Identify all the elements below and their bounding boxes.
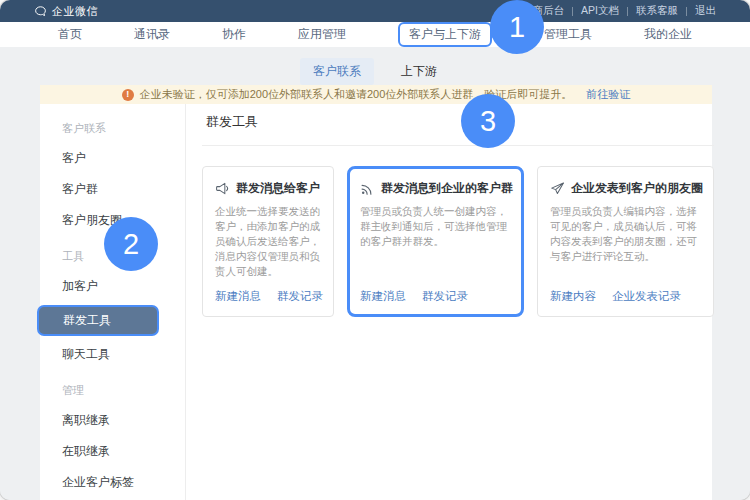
nav-item-customers-upstream-downstream[interactable]: 客户与上下游	[398, 22, 492, 47]
go-verify-link[interactable]: 前往验证	[586, 87, 630, 102]
notice-text: 企业未验证，仅可添加200位外部联系人和邀请200位外部联系人进群，验证后即可提…	[140, 87, 573, 102]
content-area: 客户联系 上下游 ! 企业未验证，仅可添加200位外部联系人和邀请200位外部联…	[0, 47, 750, 500]
card-bulk-message-to-customer-groups[interactable]: 群发消息到企业的客户群 管理员或负责人统一创建内容，群主收到通知后，可选择他管理…	[347, 166, 524, 317]
workspace: 客户联系 客户 客户群 客户朋友圈 工具 加客户 群发工具 聊天工具 管理 离职…	[40, 104, 712, 500]
card-title: 群发消息到企业的客户群	[381, 180, 513, 197]
card-title: 群发消息给客户	[236, 180, 320, 197]
main-panel: 群发工具 群发消息给客户 企业统一选择要发送的客户，由添加客户的成员确认后发送给…	[186, 104, 736, 500]
card-header: 群发消息到企业的客户群	[360, 180, 513, 197]
card-actions: 新建消息 群发记录	[215, 279, 323, 304]
sidebar-item-customers[interactable]: 客户	[40, 143, 185, 174]
page-title: 群发工具	[202, 110, 714, 146]
new-message-link[interactable]: 新建消息	[215, 289, 261, 304]
contact-support-link[interactable]: 联系客服	[636, 4, 678, 18]
sidebar-group-customer-contact: 客户联系	[40, 108, 185, 143]
card-description: 管理员或负责人统一创建内容，群主收到通知后，可选择他管理的客户群并群发。	[360, 204, 513, 249]
card-publish-to-customer-moments[interactable]: 企业发表到客户的朋友圈 管理员或负责人编辑内容，选择可见的客户，成员确认后，可将…	[537, 166, 714, 317]
service-provider-console-link[interactable]: 服务商后台	[512, 4, 565, 18]
card-title: 企业发表到客户的朋友圈	[571, 180, 703, 197]
api-docs-link[interactable]: API文档	[581, 4, 619, 18]
card-bulk-message-to-customers[interactable]: 群发消息给客户 企业统一选择要发送的客户，由添加客户的成员确认后发送给客户，消息…	[202, 166, 334, 317]
nav-item-app-management[interactable]: 应用管理	[298, 26, 346, 43]
tab-upstream-downstream[interactable]: 上下游	[388, 58, 450, 85]
company-post-history-link[interactable]: 企业发表记录	[612, 289, 681, 304]
sidebar-item-onjob-handover[interactable]: 在职继承	[40, 436, 185, 467]
app-logo: 企业微信	[34, 4, 98, 19]
tab-customer-contact[interactable]: 客户联系	[300, 58, 374, 85]
sidebar-item-customer-groups[interactable]: 客户群	[40, 174, 185, 205]
new-message-link[interactable]: 新建消息	[360, 289, 406, 304]
topbar-links: 服务商后台 API文档 联系客服 退出	[512, 4, 716, 18]
paper-plane-icon	[550, 181, 565, 196]
bulk-send-history-link[interactable]: 群发记录	[277, 289, 323, 304]
divider	[572, 7, 573, 16]
sidebar-group-tools: 工具	[40, 236, 185, 271]
divider	[627, 7, 628, 16]
sub-tabs: 客户联系 上下游	[0, 58, 750, 85]
tool-cards: 群发消息给客户 企业统一选择要发送的客户，由添加客户的成员确认后发送给客户，消息…	[202, 166, 714, 317]
sidebar-item-customer-tags[interactable]: 企业客户标签	[40, 467, 185, 498]
sidebar-item-chat-tools[interactable]: 聊天工具	[40, 339, 185, 370]
sidebar-item-resigned-handover[interactable]: 离职继承	[40, 405, 185, 436]
card-actions: 新建消息 群发记录	[360, 279, 513, 304]
divider	[686, 7, 687, 16]
sidebar-item-customer-moments[interactable]: 客户朋友圈	[40, 205, 185, 236]
nav-item-my-company[interactable]: 我的企业	[644, 26, 692, 43]
nav-item-management-tools[interactable]: 管理工具	[544, 26, 592, 43]
main-nav: 首页 通讯录 协作 应用管理 客户与上下游 管理工具 我的企业	[0, 22, 750, 47]
card-description: 企业统一选择要发送的客户，由添加客户的成员确认后发送给客户，消息内容仅管理员和负…	[215, 204, 323, 279]
verification-notice-bar: ! 企业未验证，仅可添加200位外部联系人和邀请200位外部联系人进群，验证后即…	[40, 85, 712, 104]
app-window: 企业微信 服务商后台 API文档 联系客服 退出 首页 通讯录 协作 应用管理 …	[0, 0, 750, 500]
chat-bubble-icon	[34, 5, 47, 18]
logout-link[interactable]: 退出	[695, 4, 716, 18]
nav-item-collaboration[interactable]: 协作	[222, 26, 246, 43]
sidebar-group-management: 管理	[40, 370, 185, 405]
bulk-send-history-link[interactable]: 群发记录	[422, 289, 468, 304]
card-actions: 新建内容 企业发表记录	[550, 279, 703, 304]
megaphone-icon	[215, 181, 230, 196]
new-content-link[interactable]: 新建内容	[550, 289, 596, 304]
sidebar: 客户联系 客户 客户群 客户朋友圈 工具 加客户 群发工具 聊天工具 管理 离职…	[40, 104, 186, 500]
warning-icon: !	[122, 89, 134, 101]
nav-item-home[interactable]: 首页	[58, 26, 82, 43]
card-header: 群发消息给客户	[215, 180, 323, 197]
app-title: 企业微信	[52, 4, 98, 19]
sidebar-item-add-customer[interactable]: 加客户	[40, 271, 185, 302]
card-description: 管理员或负责人编辑内容，选择可见的客户，成员确认后，可将内容发表到客户的朋友圈，…	[550, 204, 703, 264]
nav-item-contacts[interactable]: 通讯录	[134, 26, 170, 43]
broadcast-icon	[360, 181, 375, 196]
sidebar-item-bulk-message-tools[interactable]: 群发工具	[37, 305, 159, 336]
top-bar: 企业微信 服务商后台 API文档 联系客服 退出	[0, 0, 750, 22]
card-header: 企业发表到客户的朋友圈	[550, 180, 703, 197]
